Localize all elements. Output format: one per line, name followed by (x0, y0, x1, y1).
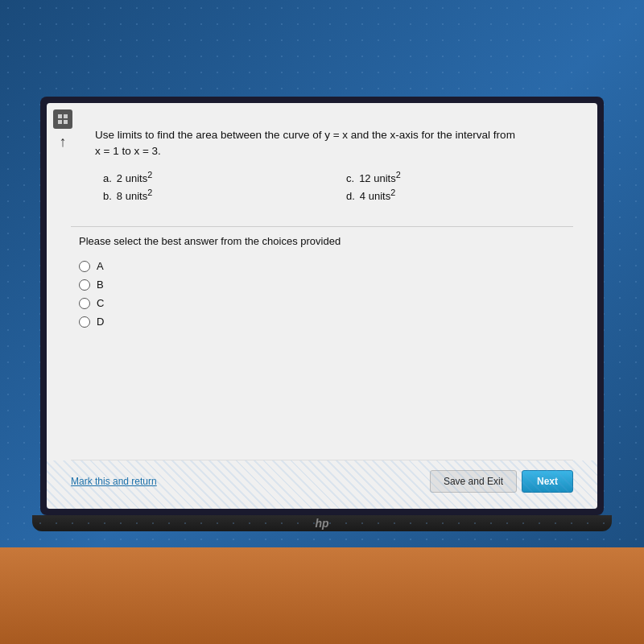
radio-option-d[interactable]: D (79, 316, 573, 328)
svg-rect-1 (64, 114, 68, 118)
choice-a: a. 2 units2 (103, 170, 330, 184)
svg-rect-2 (58, 120, 62, 124)
laptop-wrapper: ↑ Use limits to find the area between th… (32, 129, 612, 531)
svg-rect-3 (64, 120, 68, 124)
question-line2: x = 1 to x = 3. (95, 145, 161, 157)
instruction-text: Please select the best answer from the c… (79, 235, 573, 247)
choice-b: b. 8 units2 (103, 188, 330, 202)
radio-options: A B C D (71, 260, 573, 328)
screen-background: ↑ Use limits to find the area between th… (0, 0, 644, 644)
radio-label-a: A (97, 260, 104, 272)
radio-label-b: B (97, 279, 104, 291)
radio-circle-a (79, 261, 90, 272)
radio-label-c: C (97, 297, 104, 309)
svg-rect-0 (58, 114, 62, 118)
choice-d: d. 4 units2 (346, 188, 573, 202)
desk-surface (0, 547, 644, 644)
grid-icon[interactable] (53, 109, 72, 129)
radio-label-d: D (97, 316, 104, 328)
up-arrow-icon[interactable]: ↑ (53, 132, 72, 151)
radio-circle-b (79, 279, 90, 291)
radio-circle-c (79, 298, 90, 309)
radio-circle-d (79, 316, 90, 328)
radio-option-c[interactable]: C (79, 297, 573, 309)
radio-option-a[interactable]: A (79, 260, 573, 272)
quiz-bg-pattern (47, 460, 597, 509)
choices-grid: a. 2 units2 c. 12 units2 b. 8 units2 d. … (95, 170, 573, 203)
top-icons: ↑ (53, 109, 72, 151)
radio-option-b[interactable]: B (79, 279, 573, 291)
divider (71, 226, 573, 227)
question-line1: Use limits to find the area between the … (95, 129, 515, 141)
laptop-frame: ↑ Use limits to find the area between th… (40, 97, 604, 515)
quiz-container: ↑ Use limits to find the area between th… (47, 103, 597, 509)
choice-c: c. 12 units2 (346, 170, 573, 184)
question-text: Use limits to find the area between the … (95, 127, 573, 160)
